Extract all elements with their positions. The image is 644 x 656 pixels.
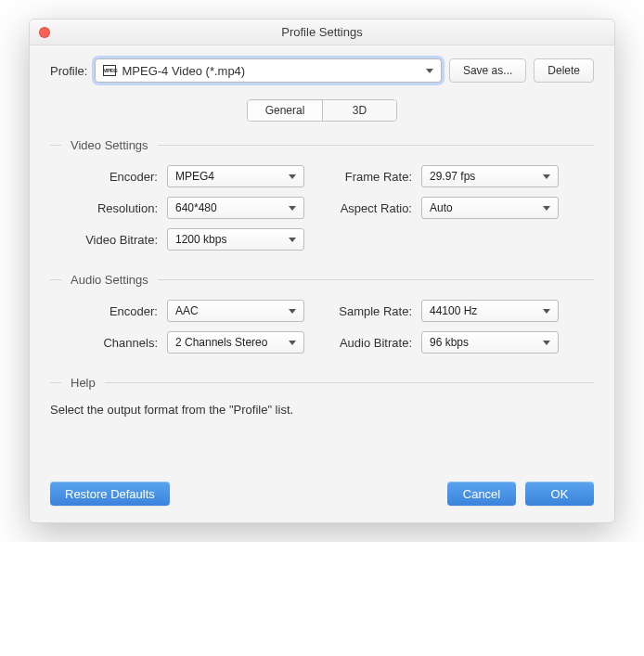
video-bitrate-select[interactable]: 1200 kbps bbox=[167, 228, 304, 251]
chevron-down-icon bbox=[289, 238, 296, 242]
divider-line bbox=[158, 145, 594, 146]
chevron-down-icon bbox=[289, 341, 296, 345]
profile-label: Profile: bbox=[50, 64, 87, 78]
restore-defaults-button[interactable]: Restore Defaults bbox=[50, 482, 170, 506]
tab-3d[interactable]: 3D bbox=[322, 100, 396, 121]
aspect-ratio-select[interactable]: Auto bbox=[421, 197, 559, 219]
save-as-button[interactable]: Save as... bbox=[449, 58, 526, 83]
audio-settings-heading: Audio Settings bbox=[71, 273, 148, 287]
video-encoder-select[interactable]: MPEG4 bbox=[167, 165, 304, 187]
audio-bitrate-value: 96 kbps bbox=[430, 336, 543, 349]
chevron-down-icon bbox=[289, 206, 296, 211]
audio-encoder-label: Encoder: bbox=[50, 304, 160, 318]
profile-settings-window: Profile Settings Profile: MPEG MPEG-4 Vi… bbox=[29, 19, 615, 523]
tab-general[interactable]: General bbox=[248, 100, 322, 121]
video-encoder-value: MPEG4 bbox=[175, 170, 289, 183]
video-settings-group: Video Settings Encoder: MPEG4 Frame Rate… bbox=[50, 138, 594, 251]
audio-bitrate-select[interactable]: 96 kbps bbox=[421, 331, 559, 354]
profile-select[interactable]: MPEG MPEG-4 Video (*.mp4) bbox=[95, 58, 441, 83]
close-window-button[interactable] bbox=[39, 27, 50, 38]
window-title: Profile Settings bbox=[281, 25, 362, 39]
aspect-ratio-value: Auto bbox=[430, 201, 543, 214]
audio-bitrate-label: Audio Bitrate: bbox=[312, 336, 414, 350]
video-grid: Encoder: MPEG4 Frame Rate: 29.97 fps Res… bbox=[50, 165, 594, 251]
divider-line bbox=[50, 382, 61, 383]
footer-right: Cancel OK bbox=[447, 482, 594, 506]
channels-select[interactable]: 2 Channels Stereo bbox=[167, 331, 304, 354]
profile-row: Profile: MPEG MPEG-4 Video (*.mp4) Save … bbox=[50, 58, 594, 83]
divider-line bbox=[105, 382, 594, 383]
resolution-value: 640*480 bbox=[175, 201, 289, 214]
audio-settings-heading-row: Audio Settings bbox=[50, 273, 594, 287]
profile-value: MPEG-4 Video (*.mp4) bbox=[122, 64, 419, 78]
chevron-down-icon bbox=[426, 69, 433, 73]
channels-label: Channels: bbox=[50, 336, 160, 350]
video-encoder-label: Encoder: bbox=[50, 170, 160, 184]
cancel-button[interactable]: Cancel bbox=[447, 482, 516, 506]
titlebar: Profile Settings bbox=[30, 19, 614, 45]
sample-rate-select[interactable]: 44100 Hz bbox=[421, 300, 559, 322]
frame-rate-select[interactable]: 29.97 fps bbox=[421, 165, 559, 187]
ok-button[interactable]: OK bbox=[525, 482, 594, 506]
audio-settings-group: Audio Settings Encoder: AAC Sample Rate:… bbox=[50, 273, 594, 354]
frame-rate-value: 29.97 fps bbox=[430, 170, 543, 183]
video-bitrate-value: 1200 kbps bbox=[175, 233, 289, 246]
video-settings-heading-row: Video Settings bbox=[50, 138, 594, 152]
divider-line bbox=[50, 145, 61, 146]
divider-line bbox=[50, 279, 61, 280]
sample-rate-label: Sample Rate: bbox=[312, 304, 414, 318]
content-area: Profile: MPEG MPEG-4 Video (*.mp4) Save … bbox=[30, 45, 614, 522]
sample-rate-value: 44100 Hz bbox=[430, 304, 543, 317]
resolution-select[interactable]: 640*480 bbox=[167, 197, 304, 219]
tab-segmented-control: General 3D bbox=[247, 99, 397, 122]
chevron-down-icon bbox=[543, 174, 550, 179]
chevron-down-icon bbox=[289, 174, 296, 179]
tabs-row: General 3D bbox=[50, 99, 594, 122]
help-heading: Help bbox=[71, 376, 96, 390]
channels-value: 2 Channels Stereo bbox=[175, 336, 289, 349]
divider-line bbox=[158, 279, 594, 280]
video-bitrate-label: Video Bitrate: bbox=[50, 233, 160, 247]
help-text: Select the output format from the "Profi… bbox=[50, 403, 594, 417]
audio-grid: Encoder: AAC Sample Rate: 44100 Hz Chann… bbox=[50, 300, 594, 354]
mpeg-file-icon: MPEG bbox=[103, 65, 116, 76]
video-settings-heading: Video Settings bbox=[71, 138, 148, 152]
chevron-down-icon bbox=[289, 309, 296, 314]
audio-encoder-value: AAC bbox=[175, 304, 289, 317]
resolution-label: Resolution: bbox=[50, 201, 160, 215]
help-heading-row: Help bbox=[50, 376, 594, 390]
audio-encoder-select[interactable]: AAC bbox=[167, 300, 304, 322]
delete-button[interactable]: Delete bbox=[534, 58, 594, 83]
help-group: Help Select the output format from the "… bbox=[50, 376, 594, 417]
chevron-down-icon bbox=[543, 309, 550, 314]
aspect-ratio-label: Aspect Ratio: bbox=[312, 201, 414, 215]
chevron-down-icon bbox=[543, 206, 550, 211]
frame-rate-label: Frame Rate: bbox=[312, 170, 414, 184]
chevron-down-icon bbox=[543, 341, 550, 345]
footer: Restore Defaults Cancel OK bbox=[50, 482, 594, 506]
